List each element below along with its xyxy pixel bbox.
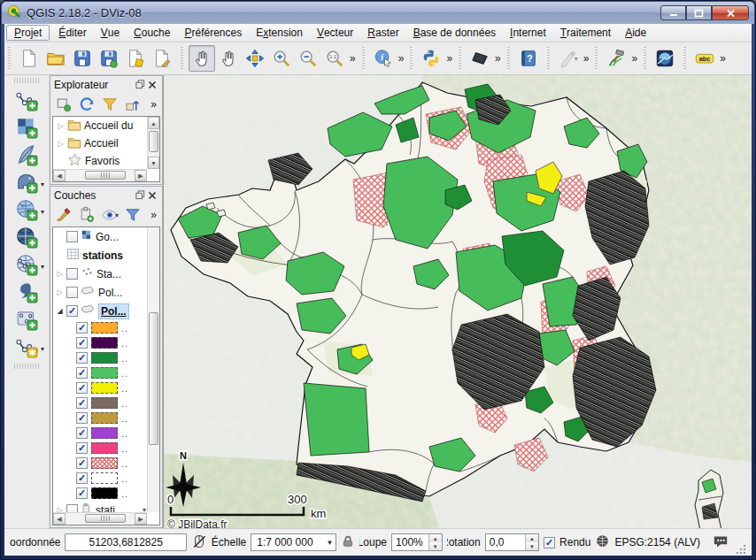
crs-globe-icon[interactable] [595,533,610,551]
scroll-thumb[interactable] [149,312,158,445]
scroll-thumb[interactable] [85,514,126,523]
legend-item-checkbox[interactable]: ✓ [76,457,88,469]
scroll-left-arrow-icon[interactable]: ◀ [53,513,66,525]
menu-extension[interactable]: Extension [249,24,310,42]
zoom-in-button[interactable] [268,45,295,72]
toolbar-drag-handle[interactable] [642,47,648,70]
menu-vue[interactable]: Vue [94,24,127,42]
log-messages-icon[interactable] [712,534,729,551]
abc-label-button[interactable]: abc [691,45,718,72]
add-delimited-text-layer-button[interactable] [9,278,44,305]
legend-item-checkbox[interactable]: ✓ [76,322,88,334]
dropdown-caret-icon[interactable]: ▾ [41,180,44,188]
dropdown-caret-icon[interactable]: ▾ [575,55,578,63]
legend-item-checkbox[interactable]: ✓ [76,352,88,364]
zoom-out-button[interactable] [295,45,321,72]
map-canvas[interactable]: N 0 300 km © JBilData.fr [163,75,752,528]
pan-to-selection-button[interactable] [242,45,268,72]
add-wms-layer-button[interactable]: ▾ [9,196,44,223]
layer-row[interactable]: Go... [53,227,148,246]
new-shapefile-layer-button[interactable] [9,305,44,333]
save-button[interactable] [69,45,96,72]
identify-button[interactable]: i [370,45,397,72]
menu-traitement[interactable]: Traitement [553,24,618,42]
layers-tree[interactable]: Go...stations▷Sta...▷Pol...◢✓Pol...✓..✓.… [52,226,160,525]
filter-blue-button[interactable] [122,204,143,226]
toolbar-overflow-button[interactable]: » [718,52,727,65]
toolbar-overflow-button[interactable]: » [582,52,590,65]
help-book-button[interactable]: ? [515,45,542,72]
expander-icon[interactable]: ▷ [57,122,65,130]
float-panel-icon[interactable] [134,189,146,202]
collapse-all-button[interactable] [122,94,143,115]
toolbar-drag-handle[interactable] [408,47,414,70]
lock-scale-icon[interactable] [341,534,355,551]
add-raster-layer-button[interactable] [9,113,44,141]
layer-visibility-checkbox[interactable] [66,231,78,242]
touch-zoom-button[interactable] [189,45,215,72]
dropdown-caret-icon[interactable]: ▾ [41,208,44,216]
scroll-thumb[interactable] [85,171,126,180]
toolbar-drag-handle[interactable] [593,47,599,70]
legend-item-checkbox[interactable]: ✓ [76,472,88,484]
menu-couche[interactable]: Couche [127,24,177,42]
browser-tree[interactable]: ▷Accueil du▷AccueilFavoris ▲ ▼ ◀ ▶ [52,116,160,182]
toolbar-drag-handle[interactable] [457,47,463,70]
add-postgis-layer-button[interactable]: ▾ [9,168,44,196]
legend-item[interactable]: ✓.. [53,471,148,486]
menu-preferences[interactable]: Préférences [177,24,249,42]
spin-buttons[interactable]: ▲▼ [428,534,442,550]
toolbar-drag-handle[interactable] [179,47,185,70]
menu-editer[interactable]: Éditer [51,24,93,42]
legend-item[interactable]: ✓.. [53,350,148,365]
pan-hand-button[interactable] [215,45,242,72]
menu-raster[interactable]: Raster [360,24,405,42]
legend-item[interactable]: ✓.. [53,395,148,410]
new-layer-button[interactable]: ▾ [9,333,44,360]
legend-item[interactable]: ✓.. [53,335,148,350]
toolbar-overflow-button[interactable]: » [149,209,159,221]
render-checkbox[interactable]: ✓ [544,537,555,548]
layer-row[interactable]: ▷Sta... [53,265,148,283]
scroll-right-arrow-icon[interactable]: ▶ [135,170,147,181]
python-console-button[interactable] [418,45,444,72]
menu-vecteur[interactable]: Vecteur [310,24,360,42]
browser-panel-titlebar[interactable]: Explorateur [50,76,162,93]
layer-row[interactable]: ▷Pol... [53,283,148,302]
legend-item-checkbox[interactable]: ✓ [76,412,88,424]
scroll-right-arrow-icon[interactable]: ▶ [135,513,147,525]
pencils-button[interactable]: ▾ [555,45,582,72]
crs-status-label[interactable]: EPSG:2154 (ALV) [614,536,700,548]
restore-button[interactable] [686,5,712,20]
refresh-button[interactable] [76,94,97,115]
close-button[interactable] [712,5,749,20]
legend-item[interactable]: ✓.. [53,486,148,501]
menu-projet[interactable]: Projet [6,25,50,41]
browser-horizontal-scrollbar[interactable]: ◀ ▶ [53,169,147,181]
menu-base-de-donnees[interactable]: Base de données [406,24,503,42]
menu-aide[interactable]: Aide [618,24,653,42]
zoom-native-button[interactable]: 1:1 [321,45,348,72]
dropdown-caret-icon[interactable]: ▾ [41,263,44,271]
toolbar-drag-handle[interactable] [14,364,39,369]
legend-item-checkbox[interactable]: ✓ [76,397,88,409]
expander-icon[interactable]: ▷ [57,140,65,148]
close-panel-icon[interactable] [146,79,158,91]
toolbar-overflow-button[interactable]: » [348,52,357,65]
spin-buttons[interactable]: ▲▼ [525,534,538,550]
minimize-button[interactable] [660,5,686,20]
browser-item-accueil-du[interactable]: ▷Accueil du [53,117,147,134]
expander-icon[interactable]: ◢ [56,307,64,315]
processing-hammer-button[interactable] [603,45,629,72]
eye-button[interactable]: ▾ [99,204,120,226]
toolbar-overflow-button[interactable]: » [149,98,159,111]
layer-visibility-checkbox[interactable]: ✓ [66,305,78,317]
legend-item[interactable]: ✓.. [53,441,148,456]
rotation-spinbox[interactable]: 0,0 ▲▼ [485,533,539,551]
toolbar-overflow-button[interactable]: » [444,52,453,65]
toolbar-overflow-button[interactable]: » [397,52,405,65]
legend-item[interactable]: ✓.. [53,426,148,441]
add-selected-layer-button[interactable] [53,94,74,115]
legend-item-checkbox[interactable]: ✓ [76,382,88,394]
legend-item[interactable]: ✓.. [53,380,148,395]
